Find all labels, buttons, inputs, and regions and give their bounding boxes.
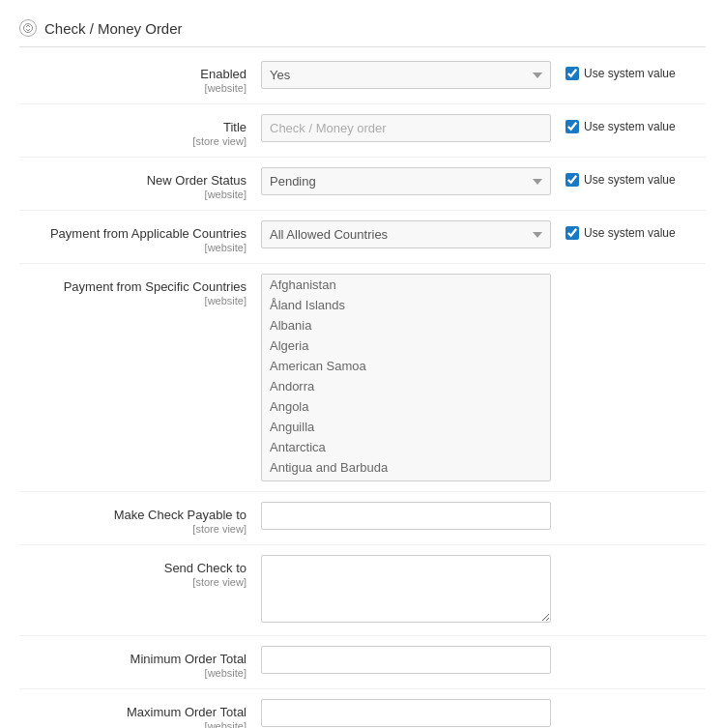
- title-input[interactable]: [261, 114, 551, 142]
- title-input-col: [261, 114, 551, 142]
- title-system-value-col: Use system value: [551, 114, 676, 133]
- payment-specific-input-col: Afghanistan Åland Islands Albania Algeri…: [261, 274, 551, 481]
- make-check-payable-label: Make Check Payable to: [19, 508, 246, 522]
- minimum-order-total-input[interactable]: [261, 646, 551, 674]
- make-check-payable-scope: [store view]: [19, 523, 246, 535]
- maximum-order-total-input-col: [261, 699, 551, 727]
- collapse-icon[interactable]: [19, 19, 37, 37]
- payment-applicable-input-col: All Allowed Countries Specific Countries: [261, 220, 551, 248]
- enabled-input-col: Yes No: [261, 61, 551, 89]
- payment-specific-listbox[interactable]: Afghanistan Åland Islands Albania Algeri…: [261, 274, 551, 481]
- enabled-row: Enabled [website] Yes No Use system valu…: [19, 51, 706, 104]
- country-option[interactable]: Antarctica: [262, 437, 550, 457]
- country-option[interactable]: Albania: [262, 315, 550, 335]
- title-label-col: Title [store view]: [19, 114, 261, 147]
- make-check-payable-input[interactable]: [261, 502, 551, 530]
- maximum-order-total-label: Maximum Order Total: [19, 705, 246, 719]
- enabled-system-value-checkbox[interactable]: [566, 67, 579, 80]
- minimum-order-total-label: Minimum Order Total: [19, 652, 246, 666]
- country-option[interactable]: Algeria: [262, 335, 550, 356]
- country-option[interactable]: Anguilla: [262, 417, 550, 437]
- title-row: Title [store view] Use system value: [19, 104, 706, 158]
- new-order-status-scope: [website]: [19, 189, 246, 200]
- enabled-scope: [website]: [19, 82, 246, 94]
- new-order-status-input-col: Pending Processing: [261, 167, 551, 195]
- payment-specific-row: Payment from Specific Countries [website…: [19, 264, 706, 492]
- title-system-value-label: Use system value: [584, 120, 676, 133]
- new-order-status-system-value-label: Use system value: [584, 173, 676, 187]
- section-title: Check / Money Order: [44, 20, 183, 37]
- new-order-status-system-value-col: Use system value: [551, 167, 676, 187]
- title-label: Title: [19, 120, 246, 134]
- make-check-payable-label-col: Make Check Payable to [store view]: [19, 502, 261, 535]
- payment-applicable-row: Payment from Applicable Countries [websi…: [19, 211, 706, 264]
- minimum-order-total-scope: [website]: [19, 667, 246, 679]
- new-order-status-system-value-checkbox[interactable]: [566, 173, 579, 187]
- payment-specific-label: Payment from Specific Countries: [19, 279, 246, 294]
- payment-applicable-scope: [website]: [19, 242, 246, 253]
- country-option[interactable]: American Samoa: [262, 356, 550, 376]
- maximum-order-total-label-col: Maximum Order Total [website]: [19, 699, 261, 728]
- maximum-order-total-scope: [website]: [19, 720, 246, 728]
- enabled-select[interactable]: Yes No: [261, 61, 551, 89]
- minimum-order-total-input-col: [261, 646, 551, 674]
- enabled-system-value-label: Use system value: [584, 67, 676, 80]
- make-check-payable-row: Make Check Payable to [store view]: [19, 492, 706, 545]
- send-check-to-label-col: Send Check to [store view]: [19, 555, 261, 588]
- country-option[interactable]: Åland Islands: [262, 295, 550, 315]
- maximum-order-total-row: Maximum Order Total [website]: [19, 689, 706, 728]
- new-order-status-select[interactable]: Pending Processing: [261, 167, 551, 195]
- enabled-label: Enabled: [19, 67, 246, 81]
- title-scope: [store view]: [19, 135, 246, 147]
- payment-applicable-system-value-checkbox[interactable]: [566, 226, 579, 240]
- send-check-to-input-col: [261, 555, 551, 626]
- maximum-order-total-input[interactable]: [261, 699, 551, 727]
- enabled-label-col: Enabled [website]: [19, 61, 261, 94]
- payment-specific-label-col: Payment from Specific Countries [website…: [19, 274, 261, 306]
- payment-applicable-label: Payment from Applicable Countries: [19, 226, 246, 241]
- minimum-order-total-row: Minimum Order Total [website]: [19, 636, 706, 689]
- new-order-status-label-col: New Order Status [website]: [19, 167, 261, 200]
- payment-applicable-system-value-col: Use system value: [551, 220, 676, 240]
- section-header: Check / Money Order: [19, 10, 706, 47]
- new-order-status-label: New Order Status: [19, 173, 246, 188]
- country-option[interactable]: Afghanistan: [262, 275, 550, 295]
- country-option[interactable]: Andorra: [262, 376, 550, 396]
- country-option[interactable]: Angola: [262, 396, 550, 417]
- send-check-to-label: Send Check to: [19, 561, 246, 575]
- new-order-status-row: New Order Status [website] Pending Proce…: [19, 158, 706, 211]
- payment-applicable-label-col: Payment from Applicable Countries [websi…: [19, 220, 261, 253]
- minimum-order-total-label-col: Minimum Order Total [website]: [19, 646, 261, 679]
- country-option[interactable]: Antigua and Barbuda: [262, 457, 550, 478]
- payment-applicable-system-value-label: Use system value: [584, 226, 676, 240]
- payment-specific-scope: [website]: [19, 295, 246, 306]
- enabled-system-value-col: Use system value: [551, 61, 676, 80]
- send-check-to-scope: [store view]: [19, 576, 246, 588]
- make-check-payable-input-col: [261, 502, 551, 530]
- payment-applicable-select[interactable]: All Allowed Countries Specific Countries: [261, 220, 551, 248]
- send-check-to-textarea[interactable]: [261, 555, 551, 623]
- title-system-value-checkbox[interactable]: [566, 120, 579, 133]
- send-check-to-row: Send Check to [store view]: [19, 545, 706, 636]
